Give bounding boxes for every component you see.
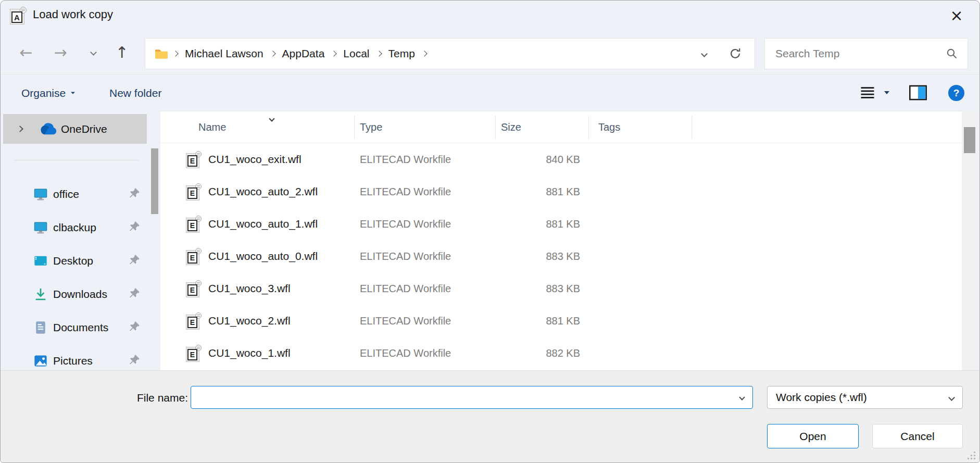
file-size: 840 KB	[483, 143, 580, 176]
list-scrollbar-track[interactable]	[962, 111, 977, 370]
file-name-dropdown-icon[interactable]	[739, 394, 745, 400]
organise-button[interactable]: Organise	[21, 75, 76, 111]
recent-locations-icon[interactable]	[82, 30, 105, 74]
resize-grip[interactable]	[966, 450, 975, 459]
column-header-size[interactable]: Size	[501, 111, 521, 143]
workfile-icon: E	[186, 280, 202, 297]
filter-dropdown-icon	[948, 394, 955, 401]
list-scrollbar-thumb[interactable]	[964, 127, 975, 153]
file-name-label: File name:	[128, 392, 188, 404]
sidebar-pinned-list: office clbackup Desktop Downloads Docume…	[3, 178, 149, 378]
sort-indicator-icon[interactable]	[269, 116, 274, 121]
file-name: CU1_woco_auto_1.wfl	[208, 208, 318, 240]
column-header-type[interactable]: Type	[360, 111, 382, 143]
file-name-input[interactable]	[191, 386, 740, 408]
sidebar-divider	[14, 160, 139, 160]
pin-icon[interactable]	[128, 354, 141, 368]
search-input[interactable]	[775, 47, 946, 60]
search-icon[interactable]	[946, 47, 958, 60]
address-bar[interactable]: Michael LawsonAppDataLocalTemp	[145, 38, 755, 69]
file-row[interactable]: E CU1_woco_3.wfl ELITECAD Workfile 883 K…	[160, 272, 962, 305]
breadcrumb-separator-icon[interactable]	[331, 51, 337, 56]
breadcrumb-separator-icon[interactable]	[376, 51, 382, 56]
help-icon[interactable]: ?	[948, 85, 964, 101]
new-folder-button[interactable]: New folder	[109, 75, 161, 111]
breadcrumb-separator-icon[interactable]	[270, 51, 275, 56]
file-row[interactable]: E CU1_woco_auto_0.wfl ELITECAD Workfile …	[160, 240, 962, 272]
close-icon[interactable]: ×	[945, 5, 968, 26]
breadcrumb: Michael LawsonAppDataLocalTemp	[183, 44, 432, 63]
command-toolbar: Organise New folder ?	[1, 75, 979, 111]
file-row[interactable]: E CU1_woco_2.wfl ELITECAD Workfile 881 K…	[160, 305, 962, 337]
breadcrumb-separator-icon[interactable]	[421, 51, 427, 56]
sidebar-item-desktop[interactable]: Desktop	[3, 244, 149, 278]
document-icon	[33, 320, 48, 335]
sidebar-item-clbackup[interactable]: clbackup	[3, 211, 149, 244]
file-size: 882 KB	[483, 337, 580, 369]
monitor-icon	[33, 187, 48, 202]
folder-icon	[155, 48, 168, 59]
file-size: 883 KB	[483, 240, 580, 272]
pin-icon[interactable]	[128, 254, 141, 268]
preview-pane-icon[interactable]	[909, 85, 927, 103]
file-name: CU1_woco_3.wfl	[208, 272, 291, 305]
view-mode-icon[interactable]	[859, 84, 876, 101]
pin-icon[interactable]	[128, 287, 141, 302]
breadcrumb-separator-icon	[172, 51, 178, 56]
workfile-icon: E	[186, 248, 202, 265]
expand-chevron-icon[interactable]	[17, 126, 23, 132]
up-icon[interactable]: ↑	[109, 30, 135, 74]
file-type: ELITECAD Workfile	[360, 176, 451, 208]
file-list-panel: Name Type Size Tags E CU1_woco_exit.wfl …	[160, 111, 962, 370]
refresh-icon[interactable]	[728, 47, 742, 60]
breadcrumb-item[interactable]: Local	[341, 44, 371, 63]
file-row[interactable]: E CU1_woco_auto_1.wfl ELITECAD Workfile …	[160, 208, 962, 240]
dialog-footer: File name: Work copies (*.wfl) Open Canc…	[1, 370, 979, 463]
file-type: ELITECAD Workfile	[360, 337, 451, 369]
file-size: 881 KB	[483, 208, 580, 240]
sidebar-item-documents[interactable]: Documents	[3, 311, 149, 344]
file-name: CU1_woco_2.wfl	[208, 305, 291, 337]
file-row[interactable]: E CU1_woco_exit.wfl ELITECAD Workfile 84…	[160, 143, 962, 176]
breadcrumb-item[interactable]: Temp	[386, 44, 417, 63]
workfile-icon: E	[186, 312, 202, 330]
sidebar-item-downloads[interactable]: Downloads	[3, 278, 149, 311]
file-size: 881 KB	[483, 305, 580, 337]
column-header-tags[interactable]: Tags	[598, 111, 620, 143]
forward-icon[interactable]: →	[47, 30, 73, 74]
file-name: CU1_woco_exit.wfl	[208, 143, 301, 176]
open-button[interactable]: Open	[767, 424, 859, 448]
cancel-button[interactable]: Cancel	[872, 424, 963, 448]
navigation-bar: ← → ↑ Michael LawsonAppDataLocalTemp	[1, 30, 979, 74]
breadcrumb-item[interactable]: Michael Lawson	[183, 44, 266, 63]
pin-icon[interactable]	[128, 220, 141, 235]
pin-icon[interactable]	[128, 320, 141, 335]
onedrive-cloud-icon	[37, 122, 57, 135]
sidebar-item-office[interactable]: office	[3, 178, 149, 211]
back-icon[interactable]: ←	[13, 30, 39, 74]
column-header-name[interactable]: Name	[198, 111, 226, 143]
file-row[interactable]: E CU1_woco_auto_2.wfl ELITECAD Workfile …	[160, 176, 962, 208]
address-dropdown-icon[interactable]	[701, 51, 708, 57]
sidebar-scrollbar[interactable]	[151, 148, 158, 214]
view-mode-caret-icon[interactable]	[884, 91, 889, 94]
file-name: CU1_woco_1.wfl	[208, 337, 291, 369]
file-type-filter[interactable]: Work copies (*.wfl)	[767, 386, 963, 409]
file-name-combobox[interactable]	[191, 386, 753, 409]
search-box[interactable]	[764, 38, 968, 69]
desktop-icon	[33, 254, 48, 268]
file-type: ELITECAD Workfile	[360, 240, 451, 272]
file-row[interactable]: E CU1_woco_1.wfl ELITECAD Workfile 882 K…	[160, 337, 962, 369]
pin-icon[interactable]	[128, 187, 141, 202]
title-bar: A Load work copy ×	[1, 1, 979, 30]
load-work-copy-dialog: A Load work copy × ← → ↑ Michael LawsonA…	[0, 0, 980, 463]
download-icon	[33, 287, 48, 302]
file-name: CU1_woco_auto_0.wfl	[208, 240, 318, 272]
sidebar-item-onedrive[interactable]: OneDrive	[3, 114, 147, 144]
breadcrumb-item[interactable]: AppData	[280, 44, 327, 63]
app-icon: A	[10, 7, 27, 24]
workfile-icon: E	[186, 216, 202, 233]
organise-caret-icon	[71, 92, 75, 94]
file-rows: E CU1_woco_exit.wfl ELITECAD Workfile 84…	[160, 143, 962, 369]
window-title: Load work copy	[33, 8, 113, 21]
